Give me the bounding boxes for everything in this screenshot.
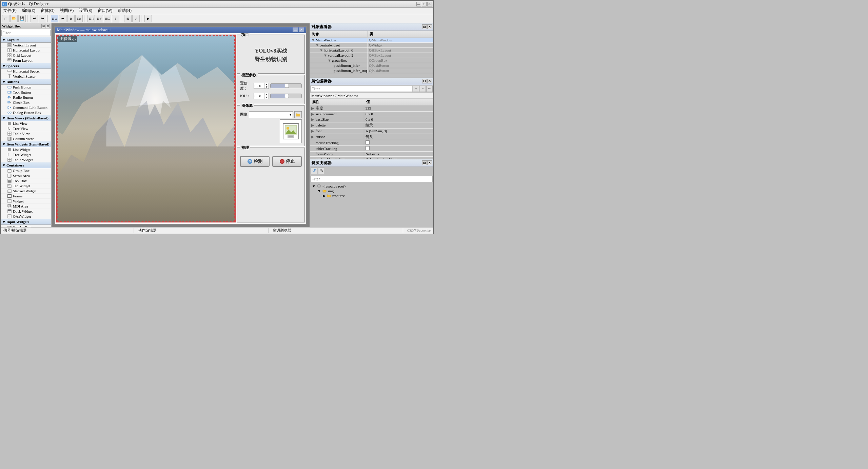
menu-edit[interactable]: 编辑(E)	[19, 8, 38, 14]
tree-row-vlayout[interactable]: ▼ verticalLayout_2 QVBoxLayout	[310, 53, 433, 58]
layout-h-btn[interactable]: ⊟H	[87, 15, 95, 22]
status-actions[interactable]: 动作编辑器	[135, 228, 269, 233]
tree-row-mainwindow[interactable]: ▼ MainWindow QMainWindow	[310, 38, 433, 43]
item-stacked-widget[interactable]: Stacked Widget	[1, 189, 51, 194]
minimize-btn[interactable]: —	[416, 2, 421, 6]
item-table-view[interactable]: Table View	[1, 131, 51, 136]
widget-box-close-btn[interactable]: ✕	[46, 24, 50, 28]
iou-slider[interactable]	[270, 94, 302, 98]
expand-icon[interactable]: ▼	[328, 58, 331, 62]
res-item-root[interactable]: ▼ <resource root>	[311, 184, 433, 189]
iou-down[interactable]: ▼	[265, 96, 269, 99]
item-command-link[interactable]: Command Link Button	[1, 105, 51, 110]
prop-minus-btn[interactable]: −	[420, 86, 426, 92]
item-h-spacer[interactable]: Horizontal Spacer	[1, 69, 51, 74]
prop-palette[interactable]: ▶ palette 继承	[310, 122, 433, 129]
widget-editor-btn[interactable]: ⊞W	[51, 15, 58, 22]
category-layouts[interactable]: ▼ Layouts	[1, 37, 51, 43]
item-list-widget[interactable]: List Widget	[1, 147, 51, 152]
break-layout-btn[interactable]: ⊠	[124, 15, 132, 22]
item-push-button[interactable]: Push Button	[1, 85, 51, 90]
item-radio-button[interactable]: Radio Button	[1, 95, 51, 100]
tree-row-groupbox[interactable]: ▼ groupBox QGroupBox	[310, 58, 433, 63]
expand-icon[interactable]: ▼	[323, 53, 327, 57]
item-dock-widget[interactable]: Dock Widget	[1, 209, 51, 214]
item-scroll-area[interactable]: Scroll Area	[1, 173, 51, 178]
item-widget[interactable]: Widget	[1, 199, 51, 204]
item-tree-view[interactable]: Tree View	[1, 126, 51, 131]
category-input-widgets[interactable]: ▼ Input Widgets	[1, 219, 51, 225]
expand-icon[interactable]: ▼	[315, 43, 319, 47]
iou-up[interactable]: ▲	[265, 93, 269, 96]
res-browser-close-btn[interactable]: ✕	[427, 160, 432, 165]
tree-row-pushbtn-stop[interactable]: pushButton_infer_stop QPushButton	[310, 68, 433, 73]
item-form-layout[interactable]: Form Layout	[1, 58, 51, 63]
tree-row-pushbtn-infer[interactable]: pushButton_infer QPushButton	[310, 63, 433, 68]
open-btn[interactable]: 📂	[10, 15, 18, 22]
new-btn[interactable]: □	[2, 15, 9, 22]
iou-spinbox[interactable]: 0.50 ▲ ▼	[254, 93, 269, 99]
item-combo-box[interactable]: Combo Box	[1, 225, 51, 227]
tablet-tracking-checkbox[interactable]	[366, 146, 370, 150]
layout-g-btn[interactable]: ⊞G	[104, 15, 111, 22]
item-tool-button[interactable]: Tool Button	[1, 90, 51, 95]
item-tool-box[interactable]: Tool Box	[1, 178, 51, 183]
save-btn[interactable]: 💾	[18, 15, 26, 22]
res-item-resource[interactable]: ▶ resource	[311, 193, 433, 198]
category-buttons[interactable]: ▼ Buttons	[1, 79, 51, 85]
iou-slider-handle[interactable]	[285, 94, 289, 98]
res-edit-btn[interactable]: ✎	[318, 168, 325, 174]
item-dialog-button-box[interactable]: Dialog Button Box	[1, 110, 51, 115]
confidence-up[interactable]: ▲	[265, 83, 269, 86]
item-qax-widget[interactable]: X QAxWidget	[1, 214, 51, 219]
layout-form-btn[interactable]: F	[112, 15, 119, 22]
mdi-close-btn[interactable]: ✕	[299, 27, 304, 32]
confidence-spinbox[interactable]: 0.50 ▲ ▼	[254, 83, 269, 89]
mdi-minimize-btn[interactable]: —	[293, 27, 298, 32]
status-resources[interactable]: 资源浏览器	[270, 228, 403, 233]
prop-editor-close-btn[interactable]: ✕	[427, 79, 432, 83]
menu-form[interactable]: 窗体(O)	[38, 8, 57, 14]
menu-view[interactable]: 视图(V)	[57, 8, 77, 14]
category-item-views[interactable]: ▼ Item Views (Model-Based)	[1, 115, 51, 121]
res-refresh-btn[interactable]: ↺	[311, 168, 317, 174]
res-filter-input[interactable]	[311, 176, 433, 182]
prop-editor-float-btn[interactable]: ⊡	[422, 79, 427, 83]
buddy-editor-btn[interactable]: B	[67, 15, 75, 22]
item-v-spacer[interactable]: Vertical Spacer	[1, 74, 51, 79]
expand-icon[interactable]: ▼	[311, 38, 315, 42]
prop-cursor[interactable]: ▶ cursor 箭头	[310, 134, 433, 140]
prop-filter-input[interactable]	[311, 86, 412, 92]
item-column-view[interactable]: Column View	[1, 136, 51, 141]
tree-row-centralwidget[interactable]: ▼ centralwidget QWidget	[310, 43, 433, 48]
widget-box-float-btn[interactable]: ⊡	[41, 24, 45, 28]
source-browse-btn[interactable]	[294, 111, 302, 118]
category-item-widgets[interactable]: ▼ Item Widgets (Item-Based)	[1, 141, 51, 147]
widget-filter-input[interactable]	[1, 30, 51, 36]
category-containers[interactable]: ▼ Containers	[1, 162, 51, 168]
item-list-view[interactable]: List View	[1, 121, 51, 126]
detect-button[interactable]: 检测	[240, 156, 270, 167]
menu-help[interactable]: 帮助(H)	[115, 8, 134, 14]
res-browser-float-btn[interactable]: ⊡	[422, 160, 427, 165]
prop-mouse-tracking[interactable]: mouseTracking	[310, 140, 433, 146]
prop-size-inc[interactable]: ▶ sizeIncrement 0 x 0	[310, 112, 433, 117]
item-grid-layout[interactable]: Grid Layout	[1, 53, 51, 58]
mouse-tracking-checkbox[interactable]	[366, 140, 370, 144]
prop-add-btn[interactable]: +	[413, 86, 419, 92]
status-signals[interactable]: 信号/槽编辑器	[1, 228, 134, 233]
menu-window[interactable]: 窗口(W)	[95, 8, 115, 14]
item-table-widget[interactable]: Table Widget	[1, 157, 51, 162]
tab-editor-btn[interactable]: Tab	[75, 15, 83, 22]
prop-dots-btn[interactable]: ⋯	[427, 86, 433, 92]
layout-v-btn[interactable]: ⊟V	[96, 15, 103, 22]
menu-file[interactable]: 文件(F)	[1, 8, 19, 14]
redo-btn[interactable]: ↪	[39, 15, 46, 22]
prop-focus-policy[interactable]: focusPolicy NoFocus	[310, 152, 433, 157]
prop-base-size[interactable]: ▶ baseSize 0 x 0	[310, 117, 433, 122]
stop-button[interactable]: 停止	[272, 156, 302, 167]
prop-height[interactable]: ▶ 高度 939	[310, 105, 433, 112]
source-combo[interactable]: ▼	[249, 111, 293, 118]
obj-inspector-float-btn[interactable]: ⊡	[422, 24, 427, 29]
adjust-size-btn[interactable]: ⤢	[132, 15, 140, 22]
